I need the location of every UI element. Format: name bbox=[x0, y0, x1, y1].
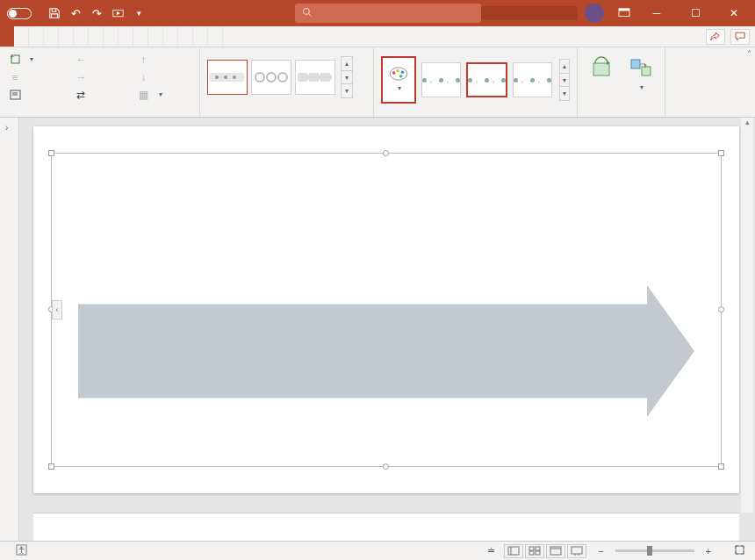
reset-graphic-button[interactable] bbox=[585, 56, 618, 93]
slide-canvas[interactable]: ‹ bbox=[33, 126, 739, 493]
ribbon-display-icon[interactable] bbox=[613, 2, 636, 25]
view-buttons bbox=[504, 544, 586, 558]
layout-option-3[interactable] bbox=[295, 60, 335, 95]
add-shape-button[interactable]: +▾ bbox=[7, 51, 73, 68]
sorter-view-button[interactable] bbox=[525, 544, 544, 558]
add-bullet-button: ≡ bbox=[7, 68, 73, 85]
status-bar: ≐ − + bbox=[0, 541, 755, 560]
qat-dropdown-icon[interactable]: ▾ bbox=[132, 6, 146, 20]
fit-to-window-button[interactable] bbox=[731, 544, 748, 557]
layout-option-2[interactable] bbox=[251, 60, 291, 95]
tab-help[interactable] bbox=[178, 26, 193, 47]
resize-handle[interactable] bbox=[48, 463, 54, 470]
style-option-1[interactable]: ›› bbox=[421, 62, 461, 97]
tab-home[interactable] bbox=[14, 26, 29, 47]
ribbon: +▾ ≡ ← → ⇄ ↑ ↓ ▦▾ bbox=[0, 47, 755, 118]
notes-pane[interactable] bbox=[33, 513, 739, 541]
quick-access-toolbar: ↶ ↷ ▾ bbox=[47, 6, 146, 20]
redo-icon[interactable]: ↷ bbox=[90, 6, 104, 20]
notes-button[interactable]: ≐ bbox=[487, 545, 495, 556]
tab-design[interactable] bbox=[44, 26, 59, 47]
search-input[interactable] bbox=[318, 7, 474, 19]
style-gallery-scroll[interactable]: ▴▾▾ bbox=[559, 59, 571, 101]
svg-rect-4 bbox=[619, 9, 629, 11]
minimize-button[interactable]: ─ bbox=[639, 0, 674, 26]
save-icon[interactable] bbox=[47, 6, 61, 20]
layout-option-1[interactable] bbox=[207, 60, 248, 95]
tab-office-timeline[interactable] bbox=[133, 26, 148, 47]
resize-handle[interactable] bbox=[383, 150, 389, 156]
add-bullet-icon: ≡ bbox=[9, 71, 21, 83]
tab-file[interactable] bbox=[0, 26, 14, 47]
text-pane-icon bbox=[9, 89, 21, 101]
accessibility-icon[interactable] bbox=[16, 544, 27, 557]
svg-rect-42 bbox=[572, 547, 582, 554]
resize-handle[interactable] bbox=[718, 150, 724, 156]
scroll-up-icon[interactable]: ▴ bbox=[741, 118, 753, 130]
tab-animations[interactable] bbox=[74, 26, 89, 47]
resize-handle[interactable] bbox=[718, 463, 724, 470]
style-option-2[interactable]: ›› bbox=[466, 62, 507, 97]
tab-addins[interactable] bbox=[163, 26, 178, 47]
thumbnail-rail[interactable]: › bbox=[0, 118, 19, 541]
convert-button[interactable]: ▾ bbox=[625, 56, 658, 93]
avatar[interactable] bbox=[585, 4, 604, 23]
zoom-out-button[interactable]: − bbox=[595, 546, 606, 556]
layout-gallery-scroll[interactable]: ▴▾▾ bbox=[341, 56, 353, 98]
promote-icon: ← bbox=[75, 54, 87, 66]
move-down-button: ↓ bbox=[136, 68, 192, 85]
svg-rect-40 bbox=[550, 547, 561, 555]
close-button[interactable]: ✕ bbox=[716, 0, 751, 26]
svg-point-33 bbox=[20, 547, 22, 549]
group-smartart-styles: ▾ ›› ›› ›› ▴▾▾ bbox=[374, 47, 578, 117]
tab-review[interactable] bbox=[104, 26, 119, 47]
collapse-ribbon-icon[interactable]: ˄ bbox=[743, 47, 755, 60]
resize-handle[interactable] bbox=[48, 150, 54, 156]
change-colors-button[interactable]: ▾ bbox=[381, 56, 416, 104]
svg-point-15 bbox=[255, 73, 264, 82]
comments-button[interactable] bbox=[730, 29, 750, 45]
toggle-off-icon bbox=[7, 8, 32, 19]
zoom-slider[interactable] bbox=[615, 549, 694, 552]
share-button[interactable] bbox=[706, 29, 725, 45]
demote-button: → bbox=[73, 68, 136, 85]
smartart-graphic[interactable] bbox=[78, 259, 694, 391]
text-pane-button[interactable] bbox=[7, 86, 73, 103]
svg-rect-34 bbox=[508, 547, 519, 555]
tab-format[interactable] bbox=[208, 26, 223, 47]
tab-transitions[interactable] bbox=[59, 26, 74, 47]
zoom-in-button[interactable]: + bbox=[703, 546, 714, 556]
reading-view-button[interactable] bbox=[546, 544, 565, 558]
tab-view[interactable] bbox=[119, 26, 133, 47]
search-icon bbox=[302, 7, 313, 20]
svg-marker-31 bbox=[78, 285, 694, 417]
title-bar: ↶ ↷ ▾ ─ ☐ ✕ bbox=[0, 0, 755, 26]
group-layouts: ▴▾▾ bbox=[200, 47, 374, 117]
add-shape-icon: + bbox=[9, 54, 21, 66]
svg-rect-45 bbox=[736, 546, 744, 554]
maximize-button[interactable]: ☐ bbox=[678, 0, 713, 26]
style-option-3[interactable]: ›› bbox=[513, 62, 552, 97]
convert-icon bbox=[629, 56, 652, 79]
search-box[interactable] bbox=[295, 4, 481, 23]
autosave-toggle[interactable] bbox=[4, 8, 35, 19]
svg-point-24 bbox=[400, 70, 404, 74]
group-label bbox=[381, 112, 570, 117]
smartart-selection[interactable]: ‹ bbox=[51, 153, 722, 467]
normal-view-button[interactable] bbox=[504, 544, 523, 558]
svg-rect-36 bbox=[529, 547, 534, 550]
tab-recording[interactable] bbox=[148, 26, 163, 47]
tab-smartart-design[interactable] bbox=[193, 26, 208, 47]
vertical-scrollbar[interactable]: ▴ bbox=[741, 118, 753, 513]
group-label bbox=[207, 112, 366, 117]
text-pane-toggle[interactable]: ‹ bbox=[52, 300, 62, 319]
tab-insert[interactable] bbox=[29, 26, 44, 47]
start-slideshow-icon[interactable] bbox=[111, 6, 125, 20]
resize-handle[interactable] bbox=[383, 463, 389, 470]
right-to-left-button[interactable]: ⇄ bbox=[73, 86, 136, 103]
ribbon-tabs bbox=[0, 26, 755, 47]
tab-slideshow[interactable] bbox=[89, 26, 104, 47]
resize-handle[interactable] bbox=[718, 306, 724, 312]
slideshow-view-button[interactable] bbox=[567, 544, 586, 558]
undo-icon[interactable]: ↶ bbox=[68, 6, 83, 20]
